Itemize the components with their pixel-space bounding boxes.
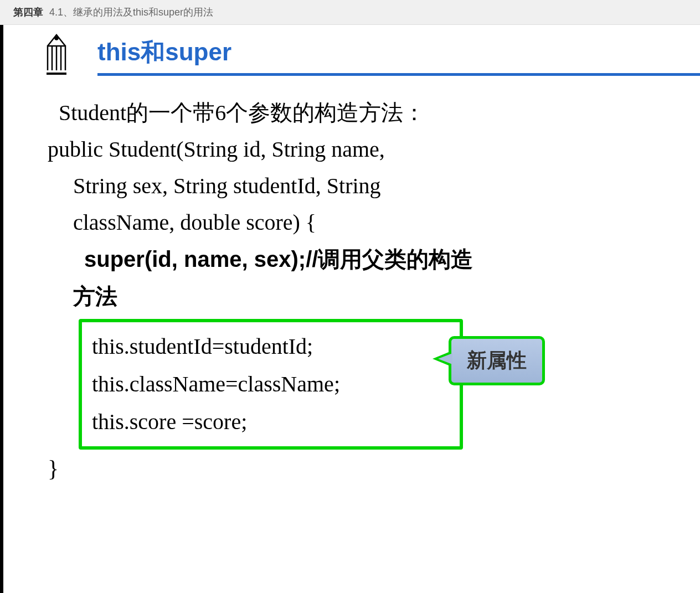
slide-content: Student的一个带6个参数的构造方法： public Student(Str… xyxy=(3,76,700,488)
callout-label: 新属性 xyxy=(467,349,527,372)
title-row: this和super xyxy=(3,25,700,72)
box-line-3: this.score =score; xyxy=(92,403,450,441)
callout-box: 新属性 xyxy=(449,336,545,385)
code-super-bold: super(id, name, sex); xyxy=(84,247,306,271)
slide-body: this和super Student的一个带6个参数的构造方法： public … xyxy=(0,25,700,593)
header-bar: 第四章 4.1、继承的用法及this和super的用法 xyxy=(0,0,700,25)
code-super-comment: //调用父类的构造 xyxy=(306,247,473,271)
intro-text: Student的一个带6个参数的构造方法： xyxy=(59,95,672,131)
slide-title: this和super xyxy=(97,36,231,72)
code-super-comment-2: 方法 xyxy=(73,278,672,314)
code-line-1: public Student(String id, String name, xyxy=(48,131,672,168)
callout-arrow-inner-icon xyxy=(438,353,452,364)
code-line-3: className, double score) { xyxy=(73,204,672,241)
svg-point-0 xyxy=(55,37,58,40)
box-line-2: this.className=className; xyxy=(92,365,450,403)
pencil-icon xyxy=(44,33,74,77)
code-super-line: super(id, name, sex);//调用父类的构造 xyxy=(84,241,672,278)
section-label: 4.1、继承的用法及this和super的用法 xyxy=(49,7,213,18)
box-line-1: this.studentId=studentId; xyxy=(92,328,450,365)
closing-brace: } xyxy=(48,450,672,488)
highlighted-code-box: this.studentId=studentId; this.className… xyxy=(79,319,463,450)
callout-container: 新属性 xyxy=(449,336,545,385)
code-line-2: String sex, String studentId, String xyxy=(73,168,672,204)
chapter-label: 第四章 xyxy=(13,7,43,18)
